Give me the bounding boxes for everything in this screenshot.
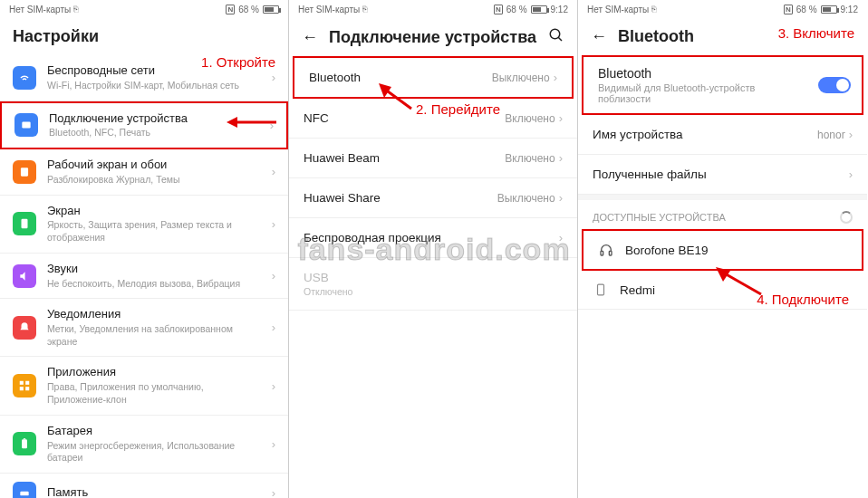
row-device-name[interactable]: Имя устройства honor› [578, 115, 867, 155]
nfc-icon: N [494, 5, 503, 14]
svg-rect-1 [21, 168, 28, 176]
row-huawei-beam[interactable]: Huawei Beam Включено› [289, 139, 577, 178]
item-state: Включено [505, 152, 555, 165]
chevron-right-icon: › [272, 269, 275, 283]
svg-rect-0 [22, 122, 30, 129]
battery-icon [263, 5, 279, 14]
item-subtitle: Права, Приложения по умолчанию, Приложен… [47, 381, 261, 406]
device-name: Redmi [620, 283, 655, 297]
svg-line-13 [558, 37, 562, 41]
page-title: Настройки [13, 27, 99, 46]
item-subtitle: Метки, Уведомления на заблокированном эк… [47, 323, 261, 348]
settings-item-battery[interactable]: БатареяРежим энергосбережения, Использов… [0, 416, 288, 474]
row-usb: USB Отключено [289, 258, 577, 311]
row-huawei-share[interactable]: Huawei Share Выключено› [289, 178, 577, 218]
sim-status: Нет SIM-карты [587, 5, 649, 14]
status-bar: Нет SIM-карты⎘ N 68 % [0, 0, 288, 18]
chevron-right-icon: › [272, 486, 275, 498]
device-redmi[interactable]: Redmi [578, 271, 867, 310]
row-received-files[interactable]: Полученные файлы › [578, 155, 867, 195]
chevron-right-icon: › [272, 217, 275, 231]
item-label: Имя устройства [593, 128, 683, 141]
settings-item-homescreen[interactable]: Рабочий экран и обоиРазблокировка Журнал… [0, 149, 288, 196]
page-title: Подключение устройства [329, 28, 536, 47]
svg-rect-4 [25, 381, 29, 385]
item-label: Bluetooth [309, 71, 361, 84]
item-subtitle: Режим энергосбережения, Использование ба… [47, 440, 261, 464]
item-title: Память [47, 485, 261, 498]
settings-item-notifications[interactable]: УведомленияМетки, Уведомления на заблоки… [0, 299, 288, 357]
row-bluetooth[interactable]: Bluetooth Выключено› [294, 58, 572, 97]
time: 9:12 [551, 5, 568, 14]
display-icon [13, 212, 36, 235]
item-title: Рабочий экран и обои [47, 158, 261, 173]
wifi-icon [13, 66, 36, 90]
back-icon[interactable]: ← [591, 27, 607, 46]
settings-item-device-connection[interactable]: Подключение устройстваBluetooth, NFC, Пе… [0, 101, 288, 150]
panel-settings: Нет SIM-карты⎘ N 68 % Настройки Беспрово… [0, 0, 289, 498]
item-subtitle: Яркость, Защита зрения, Размер текста и … [47, 219, 261, 244]
bluetooth-toggle[interactable] [818, 77, 851, 93]
svg-rect-7 [22, 440, 27, 449]
item-subtitle: Не беспокоить, Мелодия вызова, Вибрация [47, 278, 261, 291]
phone-icon [593, 282, 609, 298]
item-title: Приложения [47, 365, 261, 380]
settings-item-wireless[interactable]: Беспроводные сетиWi-Fi, Настройки SIM-ка… [0, 55, 288, 101]
row-nfc[interactable]: NFC Включено› [289, 99, 577, 139]
svg-rect-18 [598, 284, 604, 295]
item-state: Включено [505, 112, 555, 125]
item-label: Беспроводная проекция [304, 231, 441, 244]
wallpaper-icon [13, 160, 36, 184]
bell-icon [13, 316, 36, 340]
device-name: Borofone BE19 [625, 244, 709, 257]
settings-item-apps[interactable]: ПриложенияПрава, Приложения по умолчанию… [0, 357, 288, 415]
item-title: Экран [47, 204, 261, 219]
time: 9:12 [841, 5, 858, 14]
item-title: Беспроводные сети [47, 63, 261, 79]
headphones-icon [598, 242, 614, 258]
status-bar: Нет SIM-карты⎘ N 68 % 9:12 [289, 0, 577, 18]
item-state: Выключено [497, 192, 555, 205]
item-label: Huawei Beam [304, 151, 380, 165]
item-label: NFC [304, 111, 329, 125]
item-subtitle: Разблокировка Журнал, Темы [47, 174, 261, 187]
device-borofone[interactable]: Borofone BE19 [583, 231, 862, 269]
item-label: Полученные файлы [593, 168, 707, 181]
chevron-right-icon: › [270, 119, 274, 132]
bluetooth-subtitle: Видимый для Bluetooth-устройств поблизос… [598, 82, 804, 104]
item-title: Звуки [47, 262, 261, 277]
chevron-right-icon: › [272, 379, 275, 393]
chevron-right-icon: › [272, 437, 275, 451]
battery-icon [531, 5, 547, 14]
device-name-value: honor [817, 129, 845, 141]
spinner-icon [840, 211, 853, 224]
item-subtitle: Отключено [304, 286, 352, 297]
chevron-right-icon: › [272, 321, 275, 334]
bluetooth-toggle-row: Bluetooth Видимый для Bluetooth-устройст… [582, 55, 863, 115]
device-highlight: Borofone BE19 [582, 229, 863, 271]
bluetooth-label: Bluetooth [598, 66, 804, 81]
search-icon[interactable] [548, 27, 564, 47]
row-wireless-projection[interactable]: Беспроводная проекция › [289, 218, 577, 258]
settings-item-storage[interactable]: Память › [0, 474, 288, 498]
header: ← Bluetooth [578, 18, 867, 55]
battery-percent: 68 % [506, 5, 527, 14]
storage-icon [13, 482, 36, 498]
header: ← Подключение устройства [289, 18, 577, 56]
header: Настройки [0, 18, 288, 55]
settings-item-display[interactable]: ЭкранЯркость, Защита зрения, Размер текс… [0, 196, 288, 254]
svg-rect-2 [22, 219, 28, 229]
sim-status: Нет SIM-карты [9, 5, 71, 14]
section-label: ДОСТУПНЫЕ УСТРОЙСТВА [593, 212, 726, 223]
battery-percent: 68 % [796, 5, 817, 14]
svg-rect-9 [20, 491, 28, 495]
battery-percent: 68 % [238, 5, 259, 14]
svg-rect-6 [25, 387, 29, 390]
nfc-icon: N [226, 5, 235, 14]
item-title: Батарея [47, 424, 261, 439]
connection-icon [14, 113, 38, 137]
item-label: Huawei Share [304, 191, 381, 205]
settings-item-sounds[interactable]: ЗвукиНе беспокоить, Мелодия вызова, Вибр… [0, 254, 288, 300]
svg-rect-17 [609, 251, 612, 255]
back-icon[interactable]: ← [302, 28, 318, 47]
